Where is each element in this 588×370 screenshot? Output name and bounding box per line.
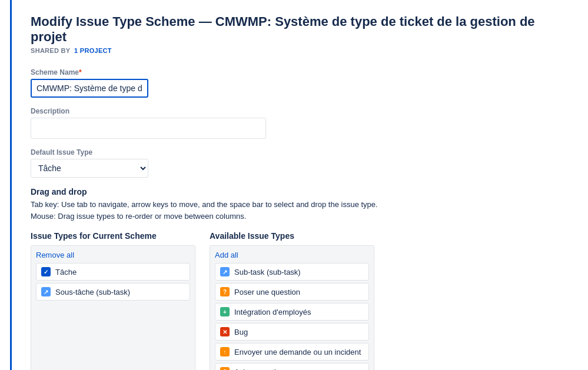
shared-by-label: SHARED BY — [31, 47, 70, 54]
default-issue-type-select[interactable]: Tâche — [31, 159, 148, 178]
available-item-3-icon: ✕ — [220, 327, 230, 336]
shared-by-count-link[interactable]: 1 PROJECT — [74, 47, 112, 54]
available-item-5[interactable]: ? Ask a question — [215, 363, 369, 370]
available-item-4[interactable]: ↑ Envoyer une demande ou un incident — [215, 343, 369, 361]
scheme-name-label: Scheme Name* — [31, 68, 569, 76]
available-item-2[interactable]: + Intégration d'employés — [215, 303, 369, 321]
drag-drop-title: Drag and drop — [31, 187, 569, 196]
page-title: Modify Issue Type Scheme — CMWMP: Systèm… — [31, 14, 569, 45]
available-item-1-label: Poser une question — [234, 288, 300, 296]
description-input[interactable] — [31, 118, 266, 139]
default-issue-type-group: Default Issue Type Tâche — [31, 148, 569, 178]
columns-container: Issue Types for Current Scheme Remove al… — [31, 231, 569, 370]
available-item-5-label: Ask a question — [234, 368, 284, 371]
available-item-3[interactable]: ✕ Bug — [215, 323, 369, 341]
available-item-1-icon: ? — [220, 287, 230, 296]
current-item-0-label: Tâche — [55, 268, 77, 276]
drag-drop-hint1: Tab key: Use tab to navigate, arrow keys… — [31, 199, 569, 211]
current-scheme-title: Issue Types for Current Scheme — [31, 231, 195, 241]
drag-drop-hint2: Mouse: Drag issue types to re-order or m… — [31, 211, 569, 222]
description-label: Description — [31, 107, 569, 115]
current-scheme-column: Issue Types for Current Scheme Remove al… — [31, 231, 195, 370]
available-item-4-label: Envoyer une demande ou un incident — [234, 348, 361, 356]
current-item-0-icon: ✓ — [41, 267, 51, 276]
current-item-1-label: Sous-tâche (sub-task) — [55, 288, 130, 296]
available-item-3-label: Bug — [234, 328, 248, 336]
available-item-0[interactable]: ↗ Sub-task (sub-task) — [215, 263, 369, 281]
current-item-1-icon: ↗ — [41, 287, 51, 296]
drag-drop-section: Drag and drop Tab key: Use tab to naviga… — [31, 187, 569, 222]
add-all-link[interactable]: Add all — [215, 251, 369, 259]
current-item-1[interactable]: ↗ Sous-tâche (sub-task) — [36, 283, 190, 301]
available-column: Available Issue Types Add all ↗ Sub-task… — [210, 231, 374, 370]
scheme-name-group: Scheme Name* — [31, 68, 569, 98]
available-item-1[interactable]: ? Poser une question — [215, 283, 369, 301]
available-item-2-icon: + — [220, 307, 230, 316]
available-item-5-icon: ? — [220, 367, 230, 370]
current-scheme-box: Remove all ✓ Tâche ↗ Sous-tâche (sub-tas… — [31, 245, 195, 370]
default-issue-type-label: Default Issue Type — [31, 148, 569, 156]
available-box: Add all ↗ Sub-task (sub-task) ? Poser un… — [210, 245, 374, 370]
current-item-0[interactable]: ✓ Tâche — [36, 263, 190, 281]
main-content: Modify Issue Type Scheme — CMWMP: Systèm… — [12, 0, 588, 370]
available-item-4-icon: ↑ — [220, 347, 230, 356]
remove-all-link[interactable]: Remove all — [36, 251, 190, 259]
required-marker: * — [79, 68, 82, 76]
left-accent-bar — [0, 0, 12, 370]
scheme-name-input[interactable] — [31, 79, 148, 98]
available-item-2-label: Intégration d'employés — [234, 308, 311, 316]
shared-by: SHARED BY 1 PROJECT — [31, 47, 569, 54]
available-title: Available Issue Types — [210, 231, 374, 241]
available-item-0-label: Sub-task (sub-task) — [234, 268, 301, 276]
description-group: Description — [31, 107, 569, 139]
available-item-0-icon: ↗ — [220, 267, 230, 276]
